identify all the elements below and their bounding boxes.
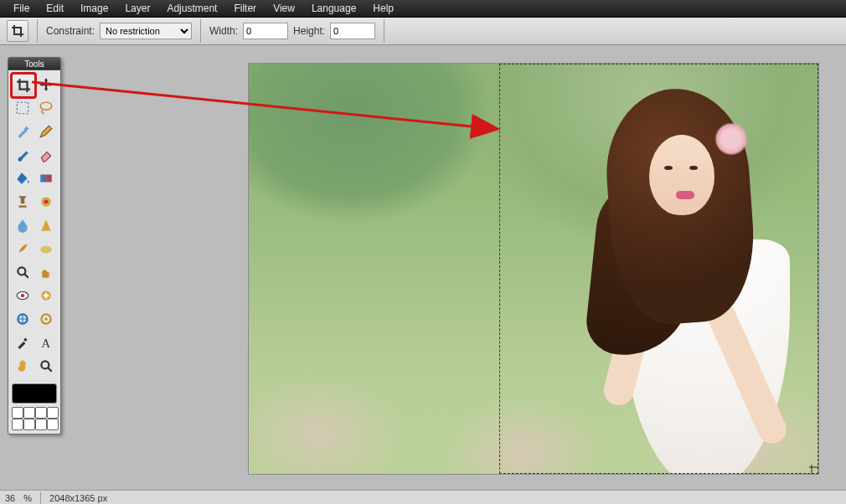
zoom-value: 36 bbox=[5, 493, 15, 503]
lasso-tool[interactable] bbox=[35, 97, 57, 119]
eraser-tool[interactable] bbox=[35, 144, 57, 166]
svg-point-4 bbox=[40, 246, 52, 254]
svg-point-5 bbox=[18, 267, 25, 275]
move-tool[interactable] bbox=[35, 74, 57, 95]
bloat-tool[interactable] bbox=[12, 308, 34, 330]
image-content bbox=[249, 64, 818, 474]
separator bbox=[40, 492, 41, 504]
screen-mode-5[interactable] bbox=[12, 419, 23, 430]
screen-mode-3[interactable] bbox=[35, 407, 47, 419]
brush-tool[interactable] bbox=[12, 144, 34, 166]
sponge-tool[interactable] bbox=[35, 238, 57, 260]
separator bbox=[200, 19, 201, 43]
screen-mode-7[interactable] bbox=[35, 419, 47, 430]
menu-edit[interactable]: Edit bbox=[38, 3, 72, 14]
menu-file[interactable]: File bbox=[5, 3, 38, 14]
separator bbox=[384, 19, 384, 43]
zoom-tool[interactable] bbox=[35, 355, 57, 377]
gradient-tool[interactable] bbox=[35, 167, 57, 189]
screen-mode-6[interactable] bbox=[23, 419, 35, 430]
crop-cursor-icon bbox=[808, 464, 819, 475]
height-label: Height: bbox=[293, 25, 325, 37]
svg-text:A: A bbox=[41, 337, 50, 350]
height-input[interactable] bbox=[330, 23, 375, 39]
wand-tool[interactable] bbox=[12, 121, 34, 142]
screen-mode-4[interactable] bbox=[47, 407, 59, 419]
menu-adjustment[interactable]: Adjustment bbox=[158, 3, 225, 14]
pinch-tool[interactable] bbox=[35, 308, 57, 330]
blur-tool[interactable] bbox=[12, 214, 34, 236]
width-label: Width: bbox=[209, 25, 238, 37]
menu-layer[interactable]: Layer bbox=[116, 3, 158, 14]
sharpen-tool[interactable] bbox=[35, 214, 57, 236]
dodge-tool[interactable] bbox=[12, 261, 34, 283]
svg-point-3 bbox=[44, 200, 49, 204]
menu-image[interactable]: Image bbox=[72, 3, 116, 14]
menu-filter[interactable]: Filter bbox=[225, 3, 265, 14]
smudge-tool[interactable] bbox=[12, 238, 34, 260]
image-dimensions: 2048x1365 px bbox=[49, 493, 107, 503]
color-picker-tool[interactable] bbox=[12, 332, 34, 353]
type-tool[interactable]: A bbox=[35, 332, 57, 353]
marquee-tool[interactable] bbox=[12, 97, 34, 119]
constraint-label: Constraint: bbox=[46, 25, 95, 37]
menu-view[interactable]: View bbox=[265, 3, 303, 14]
svg-point-7 bbox=[21, 294, 25, 298]
zoom-percent-icon: % bbox=[23, 493, 32, 503]
screen-mode-grid bbox=[8, 405, 60, 434]
screen-mode-2[interactable] bbox=[23, 407, 35, 419]
status-bar: 36 % 2048x1365 px bbox=[0, 490, 846, 504]
menu-language[interactable]: Language bbox=[303, 3, 364, 14]
red-eye-tool[interactable] bbox=[12, 285, 34, 306]
color-replace-tool[interactable] bbox=[35, 191, 57, 213]
separator bbox=[37, 19, 38, 43]
menu-help[interactable]: Help bbox=[364, 3, 402, 14]
constraint-select[interactable]: No restriction bbox=[100, 23, 192, 39]
screen-mode-8[interactable] bbox=[47, 419, 59, 430]
tool-options-bar: Constraint: No restriction Width: Height… bbox=[0, 18, 846, 45]
menubar: File Edit Image Layer Adjustment Filter … bbox=[0, 0, 846, 18]
foreground-color-swatch[interactable] bbox=[12, 383, 57, 404]
crop-icon[interactable] bbox=[7, 20, 28, 42]
clone-stamp-tool[interactable] bbox=[12, 191, 34, 213]
hand-tool[interactable] bbox=[12, 355, 34, 377]
svg-rect-0 bbox=[17, 102, 28, 114]
pencil-tool[interactable] bbox=[35, 121, 57, 142]
tools-panel[interactable]: Tools A bbox=[8, 57, 61, 435]
tools-panel-title[interactable]: Tools bbox=[8, 58, 60, 70]
svg-point-13 bbox=[41, 361, 49, 368]
canvas[interactable] bbox=[248, 63, 819, 475]
spot-heal-tool[interactable] bbox=[35, 285, 57, 306]
paint-bucket-tool[interactable] bbox=[12, 167, 34, 189]
burn-tool[interactable] bbox=[35, 261, 57, 283]
workspace: Tools A 36 % 2048x1365 px bbox=[0, 45, 846, 504]
svg-rect-1 bbox=[40, 175, 52, 183]
crop-tool[interactable] bbox=[12, 74, 35, 97]
screen-mode-1[interactable] bbox=[12, 407, 23, 419]
width-input[interactable] bbox=[243, 23, 288, 39]
svg-point-11 bbox=[44, 317, 47, 320]
